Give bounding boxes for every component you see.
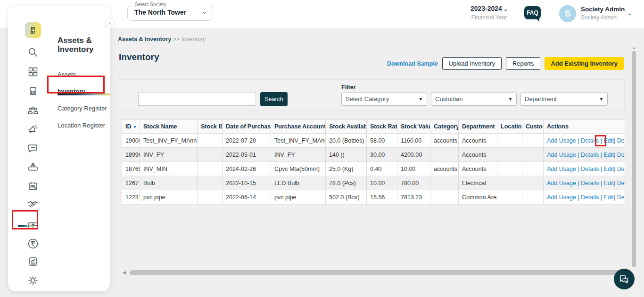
chat-bubble-icon[interactable]	[26, 141, 40, 155]
cell-value: 7813.23	[397, 190, 430, 204]
app-logo-icon[interactable]: m br	[25, 22, 41, 38]
dashboard-grid-icon[interactable]	[26, 65, 40, 79]
financial-year-dropdown[interactable]: 2023-2024⌄	[464, 5, 514, 12]
column-header-id[interactable]: ID▼	[122, 120, 140, 134]
column-header-stock-name: Stock Name	[140, 120, 198, 134]
reports-button[interactable]: Reports	[506, 57, 541, 70]
helpdesk-icon[interactable]	[26, 160, 40, 174]
payments-rupee-icon[interactable]	[26, 237, 40, 251]
category-select-value: Select Category	[346, 95, 389, 102]
cell-id: 12677	[122, 176, 140, 190]
category-select[interactable]: Select Category ▼	[341, 93, 427, 106]
faq-button[interactable]: FAQ	[524, 6, 541, 19]
cell-custodian	[522, 148, 544, 162]
breadcrumb-root[interactable]: Assets & Inventory	[118, 36, 171, 42]
scroll-left-arrow-icon[interactable]: ◀	[123, 270, 126, 275]
cell-rate: 30.00	[367, 148, 397, 162]
action-edit-link[interactable]: Edit	[603, 166, 614, 172]
action-separator: |	[576, 152, 581, 158]
vertical-scrollbar-thumb[interactable]	[632, 51, 636, 267]
community-people-icon[interactable]	[26, 103, 40, 118]
horizontal-scrollbar-thumb[interactable]	[130, 270, 622, 275]
cell-value: 4200.00	[397, 148, 430, 162]
cell-purchase-account: LED Bulb	[271, 176, 326, 190]
dropdown-arrow-icon: ▼	[599, 93, 603, 105]
action-separator: |	[599, 166, 603, 172]
inventory-table: ID▼Stock NameStock IDDate of PurchasePur…	[122, 119, 625, 204]
cell-available: 502.0 (Box)	[326, 190, 367, 204]
search-icon[interactable]	[26, 45, 40, 59]
sidebar-item-location-register[interactable]: Location Register	[58, 122, 110, 129]
chat-support-button[interactable]	[614, 269, 635, 289]
download-sample-link[interactable]: Download Sample	[387, 60, 438, 67]
action-separator: |	[599, 194, 603, 201]
custodian-select[interactable]: Custodian ▼	[431, 93, 517, 106]
action-delete-link[interactable]: Delete	[617, 166, 625, 172]
upload-inventory-button[interactable]: Upload Inventory	[442, 57, 502, 70]
search-button[interactable]: Search	[260, 92, 288, 106]
action-add-usage-link[interactable]: Add Usage	[547, 166, 576, 172]
action-edit-link[interactable]: Edit	[603, 152, 614, 158]
breadcrumb-separator: >>	[173, 36, 180, 42]
cell-category: accounts	[430, 134, 459, 148]
annotation-box-edit-link	[595, 135, 606, 146]
cell-purchase-account: Test_INV_FY_MAnnual	[271, 134, 326, 148]
chat-bubbles-icon	[619, 273, 630, 285]
announcement-megaphone-icon[interactable]	[26, 122, 40, 136]
user-name: Society Admin	[581, 6, 625, 13]
society-select[interactable]: Select Society The North Tower ⌄	[127, 5, 213, 21]
calendar-icon[interactable]	[26, 179, 40, 193]
action-delete-link[interactable]: Delete	[617, 194, 625, 201]
header-actions: Download Sample Upload Inventory Reports…	[387, 57, 624, 70]
action-delete-link[interactable]: Delete	[617, 137, 625, 144]
action-add-usage-link[interactable]: Add Usage	[547, 180, 576, 187]
avatar[interactable]: S	[559, 5, 576, 22]
table-row: 12237pvc pipe2022-06-14pvc pipe502.0 (Bo…	[122, 190, 625, 204]
action-delete-link[interactable]: Delete	[617, 152, 625, 158]
action-details-link[interactable]: Details	[581, 180, 599, 187]
sidebar-collapse-button[interactable]: ‹	[105, 18, 115, 28]
cell-date: 2024-02-26	[223, 162, 271, 176]
cell-stock-id	[198, 162, 223, 176]
action-separator: |	[614, 166, 617, 172]
action-details-link[interactable]: Details	[581, 166, 599, 172]
action-add-usage-link[interactable]: Add Usage	[547, 137, 576, 144]
column-header-custodian: Custodian	[522, 120, 544, 134]
scroll-up-arrow-icon[interactable]: ▲	[632, 46, 636, 50]
action-separator: |	[576, 137, 581, 144]
action-add-usage-link[interactable]: Add Usage	[547, 152, 576, 158]
settings-gear-icon[interactable]	[26, 273, 40, 288]
action-delete-link[interactable]: Delete	[617, 180, 625, 187]
chevron-down-icon: ⌄	[202, 8, 207, 15]
action-details-link[interactable]: Details	[581, 152, 599, 158]
logo-text-2: br	[31, 30, 36, 34]
cell-available: 25.0 (Kg)	[326, 162, 367, 176]
cell-id: 19000	[122, 134, 140, 148]
sidebar: m br Assets & Inventory Assets Inventory	[8, 6, 110, 291]
action-add-usage-link[interactable]: Add Usage	[547, 194, 576, 201]
table-header-row: ID▼Stock NameStock IDDate of PurchasePur…	[122, 120, 625, 134]
cell-value: 780.00	[397, 176, 430, 190]
cell-actions: Add Usage | Details | Edit| Delete	[544, 148, 625, 162]
search-input[interactable]	[138, 93, 256, 106]
reports-chart-icon[interactable]	[26, 255, 40, 269]
action-edit-link[interactable]: Edit	[603, 194, 614, 201]
add-existing-inventory-button[interactable]: Add Existing Inventory	[545, 57, 624, 70]
sort-desc-icon[interactable]: ▼	[133, 125, 137, 129]
action-edit-link[interactable]: Edit	[603, 180, 614, 187]
user-menu-chevron-icon[interactable]: ⌄	[627, 9, 632, 17]
society-select-value: The North Tower	[134, 8, 186, 16]
table-row: 18768INV_MIN2024-02-26Cpvc Mta(50mm)25.0…	[122, 162, 625, 176]
sidebar-item-category-register[interactable]: Category Register	[58, 105, 110, 112]
action-separator: |	[576, 180, 581, 187]
cell-location	[497, 176, 522, 190]
action-details-link[interactable]: Details	[581, 194, 599, 201]
department-select[interactable]: Department ▼	[520, 93, 608, 106]
column-header-actions: Actions	[544, 120, 625, 134]
cell-category	[430, 148, 459, 162]
battery-device-icon[interactable]	[26, 84, 40, 98]
user-role: Society Admin	[581, 14, 617, 21]
cell-available: 20.0 (Bottles)	[326, 134, 367, 148]
action-separator: |	[614, 152, 617, 158]
annotation-box-inventory-icon	[12, 210, 38, 229]
